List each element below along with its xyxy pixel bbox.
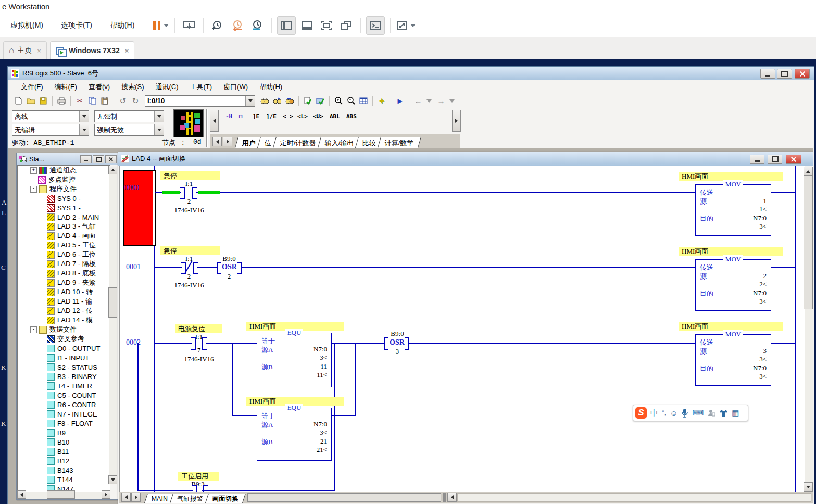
horizontal-scrollbar[interactable]: [457, 493, 811, 502]
menu-help[interactable]: 帮助(H): [254, 80, 288, 94]
menu-help[interactable]: 帮助(H): [103, 18, 142, 33]
save-button[interactable]: [38, 96, 48, 106]
instruction-description[interactable]: HMI画面: [679, 247, 783, 256]
menu-comms[interactable]: 通讯(C): [149, 80, 184, 94]
menu-tools[interactable]: 工具(T): [184, 80, 218, 94]
tree-item[interactable]: 交叉参考: [18, 334, 110, 344]
program-tab-cylinder-alarm[interactable]: 气缸报警: [170, 494, 210, 503]
person-icon[interactable]: [707, 409, 715, 417]
find-next-button[interactable]: [272, 96, 282, 106]
scroll-down-button[interactable]: [108, 475, 117, 484]
find-button[interactable]: [259, 96, 270, 106]
tree-item[interactable]: T4 - TIMER: [18, 381, 110, 390]
source-value[interactable]: 3: [763, 347, 767, 355]
contact-bit[interactable]: 2: [168, 272, 210, 281]
back-history-caret[interactable]: [426, 99, 432, 103]
instruction-description[interactable]: 急停: [160, 171, 220, 180]
scroll-up-button[interactable]: [804, 167, 813, 176]
maximize-button[interactable]: [777, 69, 792, 79]
tree-item[interactable]: LAD 7 - 隔板: [18, 259, 110, 269]
rung-number[interactable]: 0000: [124, 184, 139, 192]
ladder-canvas[interactable]: 0000 急停 I:1 2 1746-IV16 HMI画面: [119, 166, 805, 493]
tree-item[interactable]: -数据文件: [18, 325, 110, 334]
equ-instruction-block[interactable]: EQU 等于 源A N7:0 3< 源B 11 11<: [257, 333, 332, 387]
tree-item[interactable]: LAD 2 - MAIN: [18, 212, 110, 222]
instruction-description[interactable]: HMI画面: [679, 172, 783, 181]
replace-button[interactable]: [284, 96, 295, 106]
tree-expand-toggle[interactable]: -: [30, 326, 37, 333]
instruction-icon[interactable]: ⊓: [239, 113, 243, 120]
tree-item[interactable]: B10: [18, 437, 110, 447]
open-button[interactable]: [26, 96, 36, 106]
osr-address[interactable]: B9:0: [208, 255, 250, 263]
stretch-guest-button[interactable]: [396, 17, 416, 34]
close-tab-icon[interactable]: ×: [125, 47, 129, 55]
shirt-skin-icon[interactable]: [719, 409, 728, 417]
chevron-down-icon[interactable]: [410, 24, 416, 27]
close-button[interactable]: [105, 155, 117, 163]
instruction-icon[interactable]: ]E: [253, 113, 259, 120]
palette-tab-math[interactable]: 计算/数学: [378, 137, 421, 148]
palette-tab-timer-counter[interactable]: 定时/计数器: [273, 137, 323, 148]
new-rung-button[interactable]: +: [376, 96, 387, 106]
palette-tab-io[interactable]: 输入/输出: [318, 137, 361, 148]
contact-address[interactable]: I:1: [178, 333, 220, 341]
sogou-logo-icon[interactable]: S: [635, 407, 647, 419]
punctuation-icon[interactable]: °,: [662, 409, 666, 417]
mov-instruction-block[interactable]: MOV 传送 源 3 3< 目的 N7:0 3<: [695, 334, 771, 386]
source-a-address[interactable]: N7:0: [313, 420, 327, 429]
tree-item[interactable]: I1 - INPUT: [18, 353, 110, 362]
instruction-icon[interactable]: ABS: [346, 113, 357, 120]
tab-home[interactable]: ⌂ 主页 ×: [3, 41, 47, 59]
instruction-icon[interactable]: -H: [225, 113, 232, 120]
instruction-icon[interactable]: ]/E: [266, 113, 277, 120]
osr-address[interactable]: B9:0: [376, 330, 418, 338]
redo-button[interactable]: ↻: [130, 96, 141, 106]
scroll-left-button[interactable]: [447, 493, 457, 502]
osr-bit[interactable]: 3: [376, 347, 418, 356]
tab-windows7[interactable]: Windows 7X32 ×: [50, 41, 135, 59]
rung-selection-highlight[interactable]: [123, 170, 156, 246]
dropdown-button[interactable]: [154, 111, 164, 122]
mov-instruction-block[interactable]: MOV 传送 源 2 2< 目的 N7:0 3<: [695, 259, 771, 311]
show-thumbnail-bar-button[interactable]: [298, 17, 316, 34]
tree-item[interactable]: LAD 6 - 工位: [18, 250, 110, 259]
force-state-combobox[interactable]: 强制无效: [94, 124, 164, 136]
show-library-button[interactable]: [277, 16, 296, 35]
scroll-left-button[interactable]: [17, 490, 26, 499]
dropdown-button[interactable]: [79, 111, 89, 122]
minimize-button[interactable]: [80, 155, 92, 163]
tree-item[interactable]: F8 - FLOAT: [18, 419, 110, 428]
osr-op[interactable]: OSR: [222, 263, 237, 271]
microphone-icon[interactable]: [681, 408, 688, 418]
print-button[interactable]: [56, 96, 67, 106]
console-view-button[interactable]: [366, 16, 385, 35]
keyboard-icon[interactable]: ⌨: [692, 408, 704, 418]
tree-item[interactable]: B11: [18, 447, 110, 456]
program-tab-screen-switch[interactable]: 画面切换: [205, 494, 246, 503]
scrollbar-thumb[interactable]: [108, 287, 117, 318]
scroll-down-button[interactable]: [804, 482, 813, 492]
tab-scroll-left-button[interactable]: [212, 137, 222, 146]
mov-instruction-block[interactable]: MOV 传送 源 1 1< 目的 N7:0 3<: [695, 184, 771, 236]
tree-item[interactable]: C5 - COUNT: [18, 390, 110, 400]
tree-item[interactable]: -程序文件: [18, 184, 110, 194]
dest-address[interactable]: N7:0: [753, 364, 767, 372]
tree-item[interactable]: LAD 4 - 画面: [18, 231, 110, 241]
scrollbar-thumb[interactable]: [804, 175, 813, 309]
forces-combobox[interactable]: 无强制: [94, 110, 164, 122]
properties-grid-button[interactable]: [358, 96, 369, 106]
menu-window[interactable]: 窗口(W): [218, 80, 254, 94]
undo-button[interactable]: ↺: [118, 96, 128, 106]
instruction-description[interactable]: HMI画面: [679, 322, 783, 331]
source-value[interactable]: 2: [763, 272, 767, 280]
paste-button[interactable]: [99, 96, 110, 106]
address-combobox[interactable]: I:0/10: [145, 95, 255, 107]
tree-item[interactable]: +通道组态: [18, 166, 110, 175]
cut-button[interactable]: ✂: [74, 96, 85, 106]
menu-tabs[interactable]: 选项卡(T): [54, 18, 99, 33]
dropdown-button[interactable]: [245, 96, 255, 106]
tree-item[interactable]: B9: [18, 428, 110, 437]
tab-scroll-right-button[interactable]: [223, 137, 232, 146]
osr-op[interactable]: OSR: [390, 338, 405, 347]
